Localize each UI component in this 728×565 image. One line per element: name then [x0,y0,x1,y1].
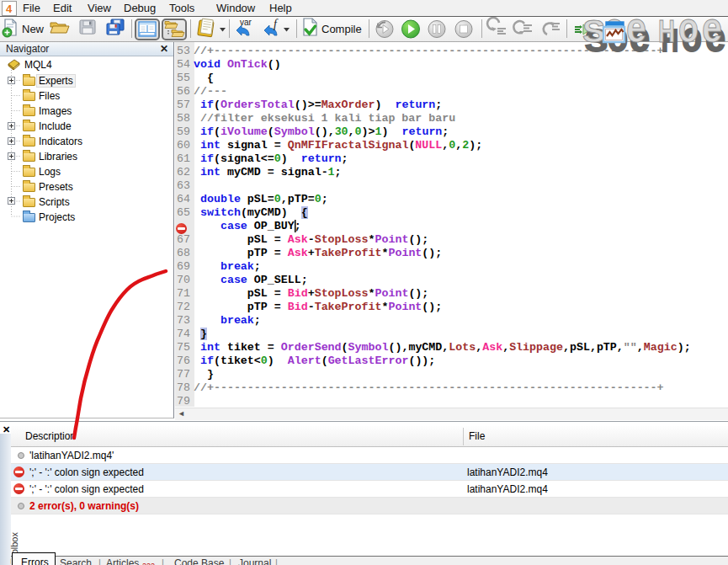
svg-text:f: f [274,18,279,30]
